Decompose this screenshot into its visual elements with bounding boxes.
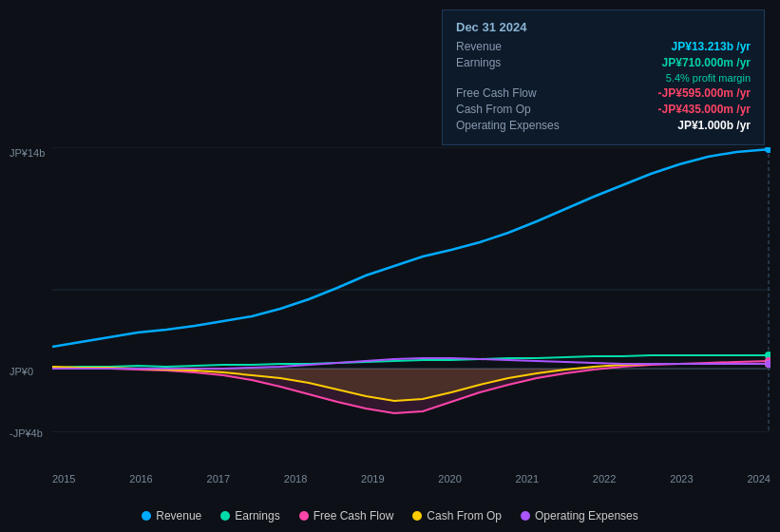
legend-label-fcf: Free Cash Flow: [314, 509, 394, 522]
earnings-line: [52, 355, 770, 368]
free-cash-flow-value: -JP¥595.000m /yr: [658, 86, 751, 100]
legend-dot-cashop: [412, 511, 422, 521]
earnings-label: Earnings: [456, 56, 501, 69]
legend-label-earnings: Earnings: [235, 509, 279, 522]
x-label-2024: 2024: [747, 473, 770, 484]
x-label-2017: 2017: [207, 473, 230, 484]
earnings-row: Earnings JP¥710.000m /yr: [456, 56, 751, 69]
legend-opex[interactable]: Operating Expenses: [521, 509, 638, 522]
x-label-2019: 2019: [361, 473, 384, 484]
y-label-zero: JP¥0: [10, 366, 33, 377]
revenue-line: [52, 149, 770, 347]
legend-revenue[interactable]: Revenue: [142, 509, 201, 522]
y-label-neg: -JP¥4b: [10, 428, 43, 439]
profit-margin-row: 5.4% profit margin: [456, 72, 751, 84]
chart-svg: [52, 147, 770, 432]
operating-expenses-value: JP¥1.000b /yr: [677, 119, 751, 132]
cash-from-op-fill: [195, 367, 594, 401]
legend-dot-opex: [521, 511, 530, 521]
legend-label-opex: Operating Expenses: [535, 509, 638, 522]
chart-legend: Revenue Earnings Free Cash Flow Cash Fro…: [0, 509, 780, 522]
x-label-2016: 2016: [129, 473, 152, 484]
revenue-dot: [765, 147, 770, 153]
legend-dot-earnings: [220, 511, 230, 521]
x-label-2018: 2018: [284, 473, 307, 484]
cash-from-op-value: -JP¥435.000m /yr: [658, 103, 751, 116]
x-label-2015: 2015: [52, 473, 75, 484]
y-label-top: JP¥14b: [10, 147, 45, 159]
free-cash-flow-row: Free Cash Flow -JP¥595.000m /yr: [456, 86, 751, 100]
operating-expenses-row: Operating Expenses JP¥1.000b /yr: [456, 119, 751, 132]
legend-label-cashop: Cash From Op: [427, 509, 502, 522]
profit-margin-value: 5.4% profit margin: [666, 72, 751, 84]
revenue-value: JP¥13.213b /yr: [672, 40, 751, 53]
legend-label-revenue: Revenue: [156, 509, 201, 522]
cash-from-op-row: Cash From Op -JP¥435.000m /yr: [456, 103, 751, 116]
x-label-2023: 2023: [670, 473, 693, 484]
operating-expenses-label: Operating Expenses: [456, 119, 560, 132]
earnings-value: JP¥710.000m /yr: [662, 56, 751, 69]
legend-dot-fcf: [299, 511, 309, 521]
legend-dot-revenue: [142, 511, 151, 521]
legend-earnings[interactable]: Earnings: [220, 509, 279, 522]
free-cash-flow-label: Free Cash Flow: [456, 86, 537, 100]
legend-fcf[interactable]: Free Cash Flow: [299, 509, 394, 522]
revenue-label: Revenue: [456, 40, 502, 53]
legend-cashop[interactable]: Cash From Op: [412, 509, 502, 522]
x-label-2020: 2020: [438, 473, 461, 484]
cash-from-op-label: Cash From Op: [456, 103, 531, 116]
x-label-2022: 2022: [593, 473, 616, 484]
x-axis-labels: 2015 2016 2017 2018 2019 2020 2021 2022 …: [52, 468, 770, 484]
revenue-row: Revenue JP¥13.213b /yr: [456, 40, 751, 53]
x-label-2021: 2021: [516, 473, 539, 484]
tooltip-box: Dec 31 2024 Revenue JP¥13.213b /yr Earni…: [442, 10, 765, 145]
tooltip-date: Dec 31 2024: [456, 20, 751, 34]
